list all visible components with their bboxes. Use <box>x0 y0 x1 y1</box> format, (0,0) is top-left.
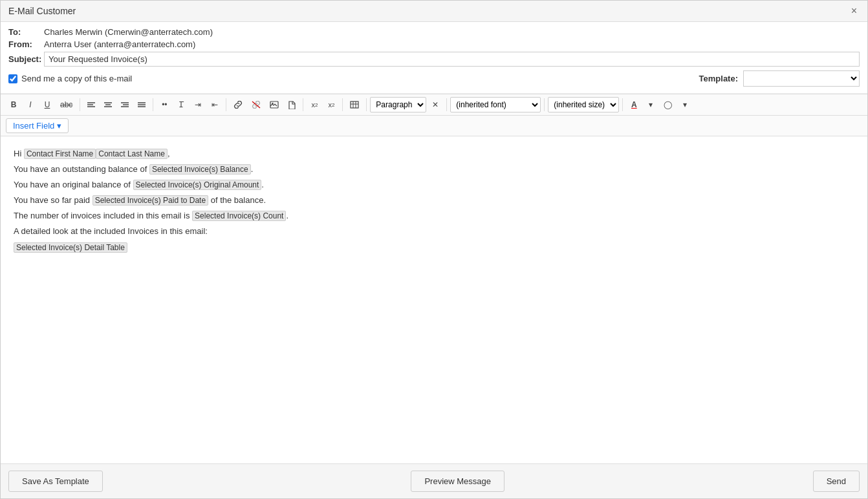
line4-prefix: You have so far paid <box>14 195 92 205</box>
send-button[interactable]: Send <box>813 471 860 492</box>
underline-button[interactable]: U <box>39 97 55 112</box>
dialog-footer: Save As Template Preview Message Send <box>1 463 867 498</box>
footer-left: Save As Template <box>8 471 103 492</box>
template-select[interactable] <box>743 70 860 87</box>
table-button[interactable] <box>346 97 363 112</box>
line3-suffix: . <box>261 180 264 189</box>
align-left-icon <box>87 101 95 108</box>
strikethrough-button[interactable]: abc <box>56 97 76 112</box>
toolbar: B I U abc •• 1̅ ⇥ ⇤ <box>1 94 867 116</box>
italic-button[interactable]: I <box>23 97 38 112</box>
footer-right: Send <box>813 471 860 492</box>
to-value: Charles Merwin (Cmerwin@anterratech.com) <box>44 27 213 37</box>
copy-check-label[interactable]: Send me a copy of this e-mail <box>8 74 132 83</box>
close-button[interactable]: × <box>849 6 860 16</box>
dialog-title: E-Mail Customer <box>8 6 76 16</box>
meta-section: To: Charles Merwin (Cmerwin@anterratech.… <box>1 22 867 94</box>
field-invoice-paid-to-date: Selected Invoice(s) Paid to Date <box>92 195 208 206</box>
field-contact-first-name: Contact First Name <box>24 149 96 159</box>
footer-center: Preview Message <box>411 471 505 492</box>
indent-button[interactable]: ⇥ <box>190 97 206 112</box>
line1-comma: , <box>168 149 170 158</box>
separator-4 <box>303 98 303 111</box>
ordered-list-button[interactable]: 1̅ <box>173 97 189 112</box>
editor-area[interactable]: Hi Contact First NameContact Last Name, … <box>1 136 867 463</box>
align-right-button[interactable] <box>117 97 133 112</box>
outdent-button[interactable]: ⇤ <box>207 97 222 112</box>
preview-message-button[interactable]: Preview Message <box>411 471 505 492</box>
align-right-icon <box>121 101 129 108</box>
field-invoice-original-amount: Selected Invoice(s) Original Amount <box>133 180 262 190</box>
field-invoice-detail-table: Selected Invoice(s) Detail Table <box>14 242 127 253</box>
image-icon <box>270 101 279 109</box>
to-row: To: Charles Merwin (Cmerwin@anterratech.… <box>8 27 860 37</box>
bg-color-dropdown[interactable]: ▾ <box>677 97 693 112</box>
editor-line-5: The number of invoices included in this … <box>14 209 854 223</box>
separator-7 <box>446 98 447 111</box>
template-select-row: Template: <box>699 70 860 87</box>
align-left-button[interactable] <box>83 97 99 112</box>
to-label: To: <box>8 27 44 37</box>
table-icon <box>350 101 359 109</box>
font-color-dropdown[interactable]: ▾ <box>643 97 658 112</box>
align-justify-icon <box>138 101 146 108</box>
link-button[interactable] <box>230 97 246 112</box>
unordered-list-button[interactable]: •• <box>157 97 172 112</box>
insert-field-row: Insert Field ▾ <box>1 116 867 136</box>
font-color-button[interactable]: A <box>626 97 642 112</box>
align-center-icon <box>104 101 112 108</box>
link-icon <box>233 101 243 109</box>
erase-format-button[interactable]: ✕ <box>428 97 443 112</box>
svg-rect-15 <box>351 101 358 108</box>
line5-suffix: . <box>286 211 288 220</box>
editor-line-4: You have so far paid Selected Invoice(s)… <box>14 193 854 207</box>
size-select[interactable]: (inherited size) <box>548 97 619 112</box>
editor-line-6: A detailed look at the included Invoices… <box>14 224 854 239</box>
editor-line-3: You have an original balance of Selected… <box>14 178 854 192</box>
bg-color-button[interactable]: ◯ <box>660 97 676 112</box>
line5-prefix: The number of invoices included in this … <box>14 211 192 220</box>
bold-button[interactable]: B <box>6 97 21 112</box>
separator-6 <box>366 98 367 111</box>
separator-9 <box>622 98 623 111</box>
template-label: Template: <box>699 74 738 83</box>
from-label: From: <box>8 39 44 49</box>
editor-line-7: Selected Invoice(s) Detail Table <box>14 240 854 255</box>
separator-3 <box>226 98 226 111</box>
editor-line-1: Hi Contact First NameContact Last Name, <box>14 147 854 161</box>
align-justify-button[interactable] <box>134 97 149 112</box>
line3-prefix: You have an original balance of <box>14 180 133 189</box>
subject-label: Subject: <box>8 54 44 64</box>
separator-5 <box>342 98 343 111</box>
editor-line-2: You have an outstanding balance of Selec… <box>14 162 854 176</box>
unlink-button[interactable] <box>248 97 265 112</box>
superscript-button[interactable]: x2 <box>323 97 339 112</box>
font-select[interactable]: (inherited font) <box>450 97 541 112</box>
file-button[interactable] <box>284 97 299 112</box>
image-button[interactable] <box>266 97 283 112</box>
line1-prefix: Hi <box>14 149 24 158</box>
subscript-button[interactable]: x2 <box>307 97 322 112</box>
insert-field-button[interactable]: Insert Field ▾ <box>6 118 69 133</box>
dialog-header: E-Mail Customer × <box>1 1 867 22</box>
email-customer-dialog: E-Mail Customer × To: Charles Merwin (Cm… <box>0 0 868 499</box>
field-invoice-balance: Selected Invoice(s) Balance <box>149 164 251 175</box>
copy-checkbox[interactable] <box>8 74 17 83</box>
from-row: From: Anterra User (anterra@anterratech.… <box>8 39 860 49</box>
insert-field-dropdown-icon: ▾ <box>57 121 61 131</box>
subject-row: Subject: <box>8 52 860 67</box>
line4-suffix: of the balance. <box>208 195 266 205</box>
copy-template-row: Send me a copy of this e-mail Template: <box>8 70 860 87</box>
align-center-button[interactable] <box>100 97 116 112</box>
line2-suffix: . <box>251 164 254 174</box>
field-contact-last-name: Contact Last Name <box>96 149 168 159</box>
from-value: Anterra User (anterra@anterratech.com) <box>44 39 195 49</box>
unlink-icon <box>252 101 261 109</box>
line2-prefix: You have an outstanding balance of <box>14 164 149 174</box>
separator-8 <box>544 98 545 111</box>
save-as-template-button[interactable]: Save As Template <box>8 471 103 492</box>
separator-2 <box>153 98 153 111</box>
subject-input[interactable] <box>44 52 860 67</box>
insert-field-label: Insert Field <box>13 121 54 131</box>
paragraph-select[interactable]: Paragraph <box>370 97 426 112</box>
